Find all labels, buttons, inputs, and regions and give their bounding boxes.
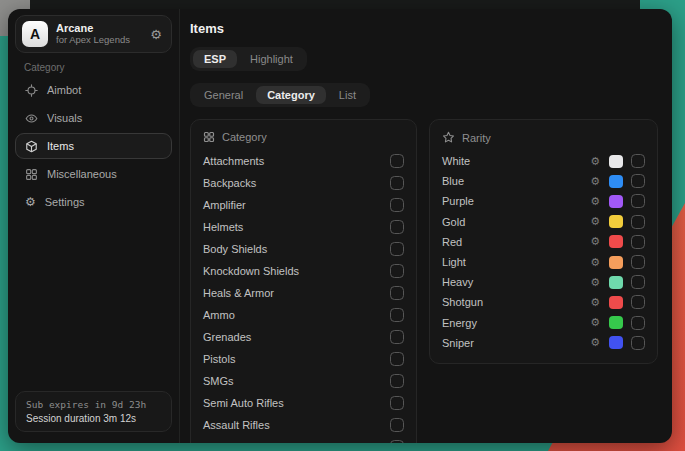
category-checkbox[interactable]	[390, 440, 404, 443]
category-panel: Category AttachmentsBackpacksAmplifierHe…	[190, 119, 417, 443]
rarity-row: Blue⚙	[442, 171, 645, 191]
rarity-checkbox[interactable]	[631, 235, 645, 249]
rarity-row: Light⚙	[442, 252, 645, 272]
category-row-label: SMGs	[203, 375, 390, 387]
tab-general[interactable]: General	[193, 86, 254, 104]
rarity-row-label: Purple	[442, 195, 590, 207]
rarity-checkbox[interactable]	[631, 316, 645, 330]
rarity-row: Shotgun⚙	[442, 292, 645, 312]
rarity-color-swatch[interactable]	[609, 296, 623, 309]
category-checkbox[interactable]	[390, 286, 404, 300]
gear-icon: ⚙	[25, 196, 36, 208]
sidebar-item-label: Aimbot	[47, 84, 81, 96]
category-checkbox[interactable]	[390, 308, 404, 322]
sidebar-item-label: Settings	[45, 196, 85, 208]
category-row: Backpacks	[203, 172, 404, 194]
category-row: Attachments	[203, 150, 404, 172]
category-row-label: Backpacks	[203, 177, 390, 189]
rarity-row-label: White	[442, 155, 590, 167]
panels-row: Category AttachmentsBackpacksAmplifierHe…	[190, 119, 658, 443]
category-row-label: Amplifier	[203, 199, 390, 211]
sidebar-item-items[interactable]: Items	[15, 133, 172, 159]
sidebar-item-settings[interactable]: ⚙ Settings	[15, 189, 172, 215]
category-row-label: Ammo	[203, 309, 390, 321]
sidebar-item-visuals[interactable]: Visuals	[15, 105, 172, 131]
category-checkbox[interactable]	[390, 264, 404, 278]
rarity-panel-header: Rarity	[442, 131, 645, 144]
category-panel-header: Category	[203, 131, 404, 143]
category-checkbox[interactable]	[390, 330, 404, 344]
rarity-checkbox[interactable]	[631, 215, 645, 229]
eye-icon	[25, 112, 38, 125]
app-header-text: Arcane for Apex Legends	[56, 22, 142, 46]
grid-icon	[203, 131, 215, 143]
category-checkbox[interactable]	[390, 352, 404, 366]
rarity-checkbox[interactable]	[631, 174, 645, 188]
rarity-color-swatch[interactable]	[609, 256, 623, 269]
category-checkbox[interactable]	[390, 396, 404, 410]
star-icon	[442, 131, 455, 144]
app-logo: A	[22, 21, 48, 47]
app-subtitle: for Apex Legends	[56, 35, 142, 46]
rarity-gear-icon[interactable]: ⚙	[590, 297, 600, 308]
category-checkbox[interactable]	[390, 198, 404, 212]
rarity-color-swatch[interactable]	[609, 276, 623, 289]
category-panel-title: Category	[222, 131, 267, 143]
category-row-label: Grenades	[203, 331, 390, 343]
tab-highlight[interactable]: Highlight	[239, 50, 304, 68]
category-checkbox[interactable]	[390, 418, 404, 432]
rarity-checkbox[interactable]	[631, 336, 645, 350]
rarity-gear-icon[interactable]: ⚙	[590, 156, 600, 167]
rarity-gear-icon[interactable]: ⚙	[590, 317, 600, 328]
main-content: Items ESP Highlight General Category Lis…	[180, 9, 672, 443]
category-row: Body Shields	[203, 238, 404, 260]
category-row-label: Attachments	[203, 155, 390, 167]
view-tab-group: General Category List	[190, 83, 370, 107]
rarity-gear-icon[interactable]: ⚙	[590, 176, 600, 187]
rarity-checkbox[interactable]	[631, 154, 645, 168]
category-checkbox[interactable]	[390, 374, 404, 388]
category-row-label: LMGs	[203, 441, 390, 443]
rarity-gear-icon[interactable]: ⚙	[590, 236, 600, 247]
rarity-color-swatch[interactable]	[609, 316, 623, 329]
rarity-gear-icon[interactable]: ⚙	[590, 196, 600, 207]
rarity-gear-icon[interactable]: ⚙	[590, 257, 600, 268]
sidebar-item-aimbot[interactable]: Aimbot	[15, 77, 172, 103]
rarity-color-swatch[interactable]	[609, 155, 623, 168]
tab-list[interactable]: List	[328, 86, 367, 104]
rarity-checkbox[interactable]	[631, 194, 645, 208]
rarity-checkbox[interactable]	[631, 275, 645, 289]
category-row: Semi Auto Rifles	[203, 392, 404, 414]
category-row-label: Semi Auto Rifles	[203, 397, 390, 409]
rarity-row-label: Light	[442, 256, 590, 268]
app-name: Arcane	[56, 22, 142, 35]
app-header-card: A Arcane for Apex Legends ⚙	[15, 15, 172, 53]
rarity-row-label: Red	[442, 236, 590, 248]
tab-category[interactable]: Category	[256, 86, 326, 104]
cheat-menu-window: A Arcane for Apex Legends ⚙ Category Aim…	[8, 9, 672, 443]
category-checkbox[interactable]	[390, 220, 404, 234]
rarity-color-swatch[interactable]	[609, 336, 623, 349]
category-row-label: Heals & Armor	[203, 287, 390, 299]
category-row: Grenades	[203, 326, 404, 348]
rarity-gear-icon[interactable]: ⚙	[590, 337, 600, 348]
header-gear-icon[interactable]: ⚙	[150, 28, 162, 41]
rarity-gear-icon[interactable]: ⚙	[590, 277, 600, 288]
rarity-color-swatch[interactable]	[609, 175, 623, 188]
category-checkbox[interactable]	[390, 242, 404, 256]
rarity-color-swatch[interactable]	[609, 215, 623, 228]
rarity-checkbox[interactable]	[631, 255, 645, 269]
rarity-color-swatch[interactable]	[609, 235, 623, 248]
category-checkbox[interactable]	[390, 176, 404, 190]
rarity-row: Gold⚙	[442, 212, 645, 232]
sub-expires-text: Sub expires in 9d 23h	[26, 399, 161, 410]
category-checkbox[interactable]	[390, 154, 404, 168]
rarity-gear-icon[interactable]: ⚙	[590, 216, 600, 227]
rarity-row-label: Shotgun	[442, 296, 590, 308]
sidebar: A Arcane for Apex Legends ⚙ Category Aim…	[8, 9, 180, 443]
rarity-color-swatch[interactable]	[609, 195, 623, 208]
category-rows: AttachmentsBackpacksAmplifierHelmetsBody…	[203, 150, 404, 443]
sidebar-item-miscellaneous[interactable]: Miscellaneous	[15, 161, 172, 187]
tab-esp[interactable]: ESP	[193, 50, 237, 68]
rarity-checkbox[interactable]	[631, 295, 645, 309]
